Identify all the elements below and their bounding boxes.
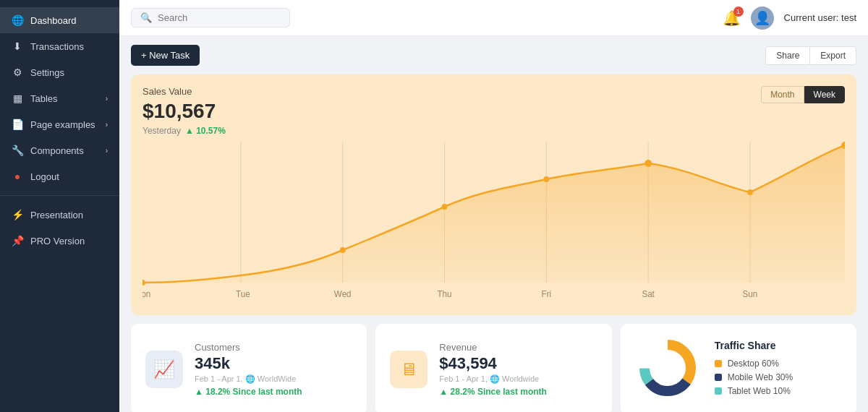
chart-label-sun: Sun: [743, 289, 758, 299]
page-icon: 📄: [12, 119, 23, 130]
chart-dot: [340, 247, 346, 253]
traffic-info: Traffic Share Desktop 60% Mobile Web 30%…: [715, 340, 842, 400]
sidebar-label: Transactions: [30, 41, 84, 52]
legend-dot-tablet: [715, 387, 722, 395]
chevron-right-icon: ›: [106, 95, 108, 103]
chart-label-wed: Wed: [334, 289, 352, 299]
toggle-month-button[interactable]: Month: [761, 86, 804, 103]
traffic-title: Traffic Share: [715, 340, 842, 351]
chart-label-mon: Mon: [142, 289, 150, 299]
sales-period: Yesterday: [142, 126, 181, 136]
pro-icon: 📌: [12, 235, 23, 246]
revenue-icon-box: 🖥: [390, 351, 427, 388]
chart-dot: [747, 189, 753, 195]
traffic-card: Traffic Share Desktop 60% Mobile Web 30%…: [621, 324, 856, 412]
notification-badge: 1: [733, 7, 744, 17]
search-box[interactable]: 🔍: [131, 8, 290, 27]
chart-toggle-group: Month Week: [761, 86, 845, 103]
sidebar-item-presentation[interactable]: ⚡ Presentation: [0, 202, 119, 228]
revenue-icon: 🖥: [400, 359, 417, 379]
sidebar-item-page-examples[interactable]: 📄 Page examples ›: [0, 111, 119, 137]
customers-icon-box: 📈: [145, 351, 183, 388]
chart-label-thu: Thu: [438, 289, 452, 299]
chart-dot: [142, 280, 145, 286]
sidebar-item-logout[interactable]: ● Logout: [0, 163, 119, 189]
sales-chart-card: Sales Value $10,567 Yesterday ▲ 10.57% M…: [131, 74, 856, 315]
sidebar-item-settings[interactable]: ⚙ Settings: [0, 59, 119, 85]
chevron-right-icon: ›: [106, 121, 108, 129]
new-task-button[interactable]: + New Task: [131, 45, 200, 66]
transactions-icon: ⬇: [12, 40, 23, 52]
chart-dot: [442, 204, 448, 210]
sidebar-label: Presentation: [30, 210, 83, 220]
customers-label: Customers: [195, 342, 352, 353]
sidebar-label: PRO Version: [30, 236, 85, 246]
toggle-week-button[interactable]: Week: [804, 86, 845, 103]
sales-chart-svg: Mon Tue Wed Thu Fri Sat Sun: [142, 142, 845, 301]
search-input[interactable]: [158, 12, 281, 23]
chart-dot: [543, 176, 549, 182]
customers-info: Customers 345k Feb 1 - Apr 1, 🌐 WorldWid…: [195, 342, 352, 397]
chevron-right-icon: ›: [106, 147, 108, 155]
sidebar-label: Page examples: [30, 119, 95, 130]
revenue-card: 🖥 Revenue $43,594 Feb 1 - Apr 1, 🌐 World…: [375, 324, 611, 412]
chart-label-fri: Fri: [542, 289, 552, 299]
sidebar: 🌐 Dashboard ⬇ Transactions ⚙ Settings ▦ …: [0, 0, 119, 412]
customers-icon: 📈: [153, 359, 175, 379]
chart-label-sat: Sat: [642, 289, 655, 299]
sales-subtitle: Yesterday ▲ 10.57%: [142, 126, 845, 136]
content-area: + New Task Share Export Sales Value $10,…: [119, 36, 868, 412]
main-content: 🔍 🔔 1 👤 Current user: test + New Task Sh…: [119, 0, 868, 412]
dashboard-icon: 🌐: [12, 14, 23, 26]
donut-chart: [635, 335, 700, 403]
sidebar-item-tables[interactable]: ▦ Tables ›: [0, 85, 119, 111]
toolbar-actions: Share Export: [765, 46, 856, 65]
search-icon: 🔍: [140, 12, 152, 23]
settings-icon: ⚙: [12, 66, 23, 78]
lightning-icon: ⚡: [12, 209, 23, 220]
toolbar: + New Task Share Export: [131, 45, 856, 66]
chart-fill: [142, 145, 845, 283]
sidebar-item-components[interactable]: 🔧 Components ›: [0, 137, 119, 163]
legend-label-mobile: Mobile Web 30%: [728, 372, 793, 382]
header-right: 🔔 1 👤 Current user: test: [723, 7, 856, 30]
customers-value: 345k: [195, 354, 352, 373]
sidebar-item-transactions[interactable]: ⬇ Transactions: [0, 33, 119, 59]
sales-pct-change: ▲ 10.57%: [185, 126, 226, 136]
customers-card: 📈 Customers 345k Feb 1 - Apr 1, 🌐 WorldW…: [131, 324, 367, 412]
logout-icon: ●: [12, 171, 23, 182]
stats-row: 📈 Customers 345k Feb 1 - Apr 1, 🌐 WorldW…: [131, 324, 856, 412]
donut-svg: [635, 335, 700, 400]
revenue-change: ▲ 28.2% Since last month: [439, 387, 597, 397]
customers-change: ▲ 18.2% Since last month: [195, 387, 352, 397]
sidebar-item-pro[interactable]: 📌 PRO Version: [0, 228, 119, 254]
sidebar-label: Tables: [30, 93, 58, 104]
sidebar-label: Components: [30, 145, 84, 156]
legend-dot-mobile: [715, 374, 722, 381]
chart-label-tue: Tue: [236, 289, 250, 299]
sidebar-label: Logout: [30, 171, 59, 182]
notification-button[interactable]: 🔔 1: [723, 9, 741, 27]
avatar: 👤: [751, 7, 774, 30]
sales-value: $10,567: [142, 100, 845, 123]
export-button[interactable]: Export: [810, 46, 856, 65]
revenue-info: Revenue $43,594 Feb 1 - Apr 1, 🌐 Worldwi…: [439, 342, 597, 397]
components-icon: 🔧: [12, 145, 23, 156]
customers-period: Feb 1 - Apr 1, 🌐 WorldWide: [195, 374, 352, 384]
sales-title: Sales Value: [142, 86, 845, 97]
user-name: Current user: test: [784, 12, 856, 23]
legend-dot-desktop: [715, 360, 722, 367]
chart-area: Mon Tue Wed Thu Fri Sat Sun: [142, 142, 845, 304]
legend-mobile: Mobile Web 30%: [715, 372, 842, 382]
share-button[interactable]: Share: [765, 46, 810, 65]
chart-dot: [644, 160, 652, 167]
sidebar-item-dashboard[interactable]: 🌐 Dashboard: [0, 7, 119, 33]
legend-tablet: Tablet Web 10%: [715, 386, 842, 396]
legend-desktop: Desktop 60%: [715, 359, 842, 369]
legend-label-tablet: Tablet Web 10%: [728, 386, 791, 396]
tables-icon: ▦: [12, 93, 23, 104]
sidebar-label: Settings: [30, 67, 64, 78]
revenue-label: Revenue: [439, 342, 597, 353]
sidebar-label: Dashboard: [30, 15, 77, 26]
revenue-value: $43,594: [439, 354, 597, 373]
